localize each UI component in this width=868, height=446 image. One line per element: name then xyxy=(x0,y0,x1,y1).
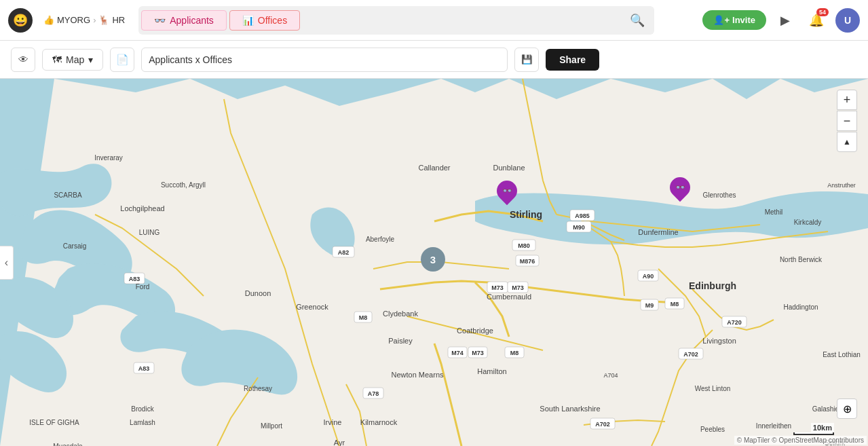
share-button[interactable]: Share xyxy=(546,49,599,71)
svg-text:Callander: Callander xyxy=(418,164,450,172)
map-label: Map xyxy=(66,54,84,65)
svg-text:Coatbridge: Coatbridge xyxy=(457,327,493,335)
applicants-tab-icon: 👓 xyxy=(154,15,166,26)
svg-text:Peebles: Peebles xyxy=(700,426,725,433)
hr-name[interactable]: HR xyxy=(112,15,125,25)
svg-text:Lamlash: Lamlash xyxy=(130,419,155,426)
svg-text:Anstruther: Anstruther xyxy=(827,182,856,189)
youtube-icon: ▶ xyxy=(780,13,790,28)
app-logo[interactable]: 😀 xyxy=(8,8,33,33)
tab-applicants-label: Applicants xyxy=(170,15,214,26)
org-navigation: 👍 MYORG › 🦌 HR xyxy=(43,15,125,25)
svg-text:Rothesay: Rothesay xyxy=(244,385,272,392)
marker-1-icon: 👓 xyxy=(502,186,512,196)
tabs-search-button[interactable]: 🔍 xyxy=(623,9,652,32)
svg-text:M73: M73 xyxy=(472,350,484,356)
svg-text:Haddington: Haddington xyxy=(783,303,818,311)
svg-text:A82: A82 xyxy=(338,249,350,256)
svg-text:Carsaig: Carsaig xyxy=(63,242,86,250)
svg-text:Cumbernauld: Cumbernauld xyxy=(487,293,531,301)
svg-text:Dunblane: Dunblane xyxy=(493,164,525,172)
logo-area: 😀 xyxy=(8,8,33,33)
tab-applicants[interactable]: 👓 Applicants xyxy=(141,10,227,31)
document-button[interactable]: 📄 xyxy=(110,48,134,72)
notification-badge: 54 xyxy=(816,8,829,16)
svg-text:Stirling: Stirling xyxy=(510,209,542,220)
marker-cumbernauld[interactable]: 👓 xyxy=(495,181,518,208)
svg-text:Hamilton: Hamilton xyxy=(477,367,506,375)
user-avatar[interactable]: U xyxy=(835,8,860,33)
map-icon: 🗺 xyxy=(52,54,62,65)
scale-line xyxy=(793,432,834,435)
offices-tab-icon: 📊 xyxy=(242,15,254,26)
svg-text:Dunfermline: Dunfermline xyxy=(638,228,678,236)
tab-offices-label: Offices xyxy=(258,15,287,26)
view-icon: 👁 xyxy=(18,54,29,65)
sidebar-toggle[interactable]: ‹ xyxy=(0,246,14,280)
tabs-search-bar: 👓 Applicants 📊 Offices 🔍 xyxy=(138,6,654,35)
svg-text:Clydebank: Clydebank xyxy=(383,310,418,318)
cluster-marker[interactable]: 3 xyxy=(421,247,445,272)
svg-text:Livingston: Livingston xyxy=(702,337,736,345)
svg-text:Muasdale: Muasdale xyxy=(53,443,83,446)
svg-text:M8: M8 xyxy=(671,301,679,308)
svg-text:Edinburgh: Edinburgh xyxy=(689,280,736,291)
svg-text:A702: A702 xyxy=(595,421,610,428)
svg-text:Succoth, Argyll: Succoth, Argyll xyxy=(161,181,206,189)
chevron-down-icon: ▾ xyxy=(88,54,93,65)
svg-text:A78: A78 xyxy=(368,390,379,397)
youtube-button[interactable]: ▶ xyxy=(773,8,797,33)
svg-text:South Lanarkshire: South Lanarkshire xyxy=(540,405,600,413)
header-right: 👤+ Invite ▶ 🔔 54 U xyxy=(702,8,860,33)
svg-text:A83: A83 xyxy=(129,276,140,282)
north-button[interactable]: ▲ xyxy=(837,132,857,152)
header: 😀 👍 MYORG › 🦌 HR 👓 Applicants 📊 Offices … xyxy=(0,0,868,41)
save-icon: 💾 xyxy=(521,54,533,64)
svg-text:Irvine: Irvine xyxy=(324,418,342,426)
svg-text:A83: A83 xyxy=(138,365,150,372)
svg-text:M74: M74 xyxy=(451,350,464,356)
marker-edinburgh[interactable]: 👓 xyxy=(668,177,692,204)
zoom-in-icon: + xyxy=(844,93,851,107)
svg-text:Ayr: Ayr xyxy=(334,439,345,446)
map-container[interactable]: A82 M80 M876 M73 M73 M74 M73 M8 M8 M9 M8… xyxy=(0,79,868,446)
svg-text:East Lothian: East Lothian xyxy=(823,351,861,358)
zoom-in-button[interactable]: + xyxy=(837,90,857,110)
svg-text:Innerleithen: Innerleithen xyxy=(756,422,791,430)
view-toggle-button[interactable]: 👁 xyxy=(11,48,35,72)
svg-text:Greenock: Greenock xyxy=(296,303,328,311)
invite-plus-icon: 👤+ xyxy=(713,15,730,25)
svg-text:M876: M876 xyxy=(520,258,535,265)
svg-text:Aberfoyle: Aberfoyle xyxy=(366,236,395,243)
hr-icon: 🦌 xyxy=(98,15,109,25)
locate-button[interactable]: ⊕ xyxy=(837,398,857,419)
svg-text:Lochgilphead: Lochgilphead xyxy=(120,204,164,212)
svg-text:Inveraray: Inveraray xyxy=(94,154,123,162)
invite-button[interactable]: 👤+ Invite xyxy=(702,10,766,30)
zoom-out-button[interactable]: − xyxy=(837,111,857,131)
notification-button[interactable]: 🔔 54 xyxy=(804,8,829,33)
svg-text:M90: M90 xyxy=(573,224,585,231)
svg-text:M80: M80 xyxy=(518,242,530,249)
svg-text:M8: M8 xyxy=(359,314,368,321)
cluster-count: 3 xyxy=(430,254,436,265)
org-icon: 👍 xyxy=(43,15,54,25)
title-field xyxy=(141,48,508,72)
share-label: Share xyxy=(559,54,586,65)
svg-text:LUING: LUING xyxy=(139,229,160,236)
org-name[interactable]: MYORG xyxy=(57,15,90,25)
zoom-out-icon: − xyxy=(844,114,851,128)
svg-text:Newton Mearns: Newton Mearns xyxy=(391,371,444,379)
save-button[interactable]: 💾 xyxy=(514,48,539,72)
tab-offices[interactable]: 📊 Offices xyxy=(229,10,300,31)
svg-text:M73: M73 xyxy=(512,284,524,291)
map-dropdown-button[interactable]: 🗺 Map ▾ xyxy=(42,49,103,71)
scale-label: 10km xyxy=(811,423,834,432)
title-input[interactable] xyxy=(149,54,500,65)
svg-text:Methil: Methil xyxy=(765,208,783,216)
svg-text:ISLE OF GIGHA: ISLE OF GIGHA xyxy=(29,419,79,426)
svg-text:A702: A702 xyxy=(683,351,698,358)
marker-2-icon: 👓 xyxy=(675,183,685,192)
north-icon: ▲ xyxy=(843,137,851,147)
svg-text:Paisley: Paisley xyxy=(388,337,413,345)
